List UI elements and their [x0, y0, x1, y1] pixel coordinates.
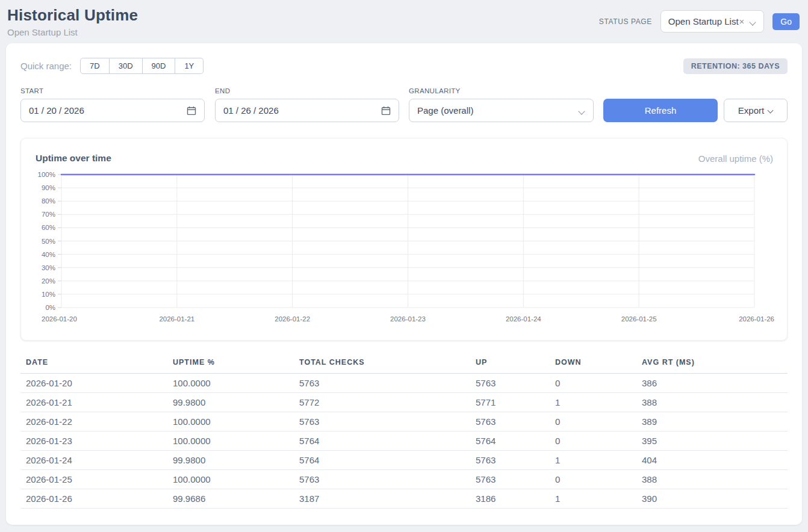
start-label: START	[20, 87, 205, 94]
table-cell: 388	[636, 393, 788, 412]
y-axis-tick-label: 40%	[42, 251, 55, 258]
y-axis-tick-label: 80%	[42, 197, 55, 205]
quick-range-30d[interactable]: 30D	[110, 58, 143, 74]
y-axis-tick-label: 60%	[42, 224, 55, 231]
table-cell: 5763	[470, 470, 550, 489]
table-cell: 2026-01-21	[20, 393, 167, 412]
table-cell: 390	[636, 489, 788, 509]
table-row: 2026-01-2199.9800577257711388	[20, 393, 788, 412]
x-axis-tick-label: 2026-01-26	[739, 315, 774, 323]
quick-range-group: 7D30D90D1Y	[80, 58, 204, 74]
table-cell: 100.0000	[167, 470, 294, 489]
uptime-table: DATEUPTIME %TOTAL CHECKSUPDOWNAVG RT (MS…	[20, 354, 788, 509]
go-button[interactable]: Go	[772, 13, 800, 30]
export-button[interactable]: Export	[724, 99, 788, 122]
x-axis-tick-label: 2026-01-21	[159, 315, 194, 323]
x-axis-tick-label: 2026-01-23	[390, 315, 426, 323]
granularity-label: GRANULARITY	[409, 87, 594, 94]
table-cell: 99.9686	[167, 489, 294, 509]
calendar-icon[interactable]	[381, 106, 391, 116]
end-date-value: 01 / 26 / 2026	[223, 105, 279, 116]
y-axis-tick-label: 90%	[42, 184, 55, 191]
table-header-row: DATEUPTIME %TOTAL CHECKSUPDOWNAVG RT (MS…	[20, 354, 788, 374]
table-cell: 2026-01-20	[20, 374, 167, 393]
table-cell: 100.0000	[167, 431, 294, 451]
table-cell: 2026-01-22	[20, 412, 167, 431]
table-cell: 100.0000	[167, 374, 294, 393]
table-cell: 404	[636, 451, 788, 470]
table-cell: 388	[636, 470, 788, 489]
title-block: Historical Uptime Open Startup List	[7, 6, 138, 37]
column-header: DATE	[20, 354, 167, 374]
table-row: 2026-01-2499.9800576457631404	[20, 451, 788, 470]
table-cell: 2026-01-25	[20, 470, 167, 489]
quick-range-1y[interactable]: 1Y	[175, 58, 204, 74]
table-cell: 100.0000	[167, 412, 294, 431]
x-axis-tick-label: 2026-01-22	[275, 315, 310, 323]
filters-row: START 01 / 20 / 2026 END 01 / 26 / 2026 …	[20, 87, 788, 122]
column-header: AVG RT (MS)	[636, 354, 788, 374]
y-axis-tick-label: 30%	[42, 264, 55, 271]
clear-selection-icon[interactable]: ×	[739, 16, 745, 26]
table-cell: 2026-01-23	[20, 431, 167, 451]
table-cell: 5764	[294, 451, 470, 470]
quick-range-7d[interactable]: 7D	[80, 58, 110, 74]
table-cell: 0	[550, 374, 636, 393]
y-axis-tick-label: 20%	[42, 277, 55, 285]
y-axis-tick-label: 0%	[45, 304, 55, 311]
table-cell: 99.9800	[167, 393, 294, 412]
table-cell: 3186	[470, 489, 550, 509]
table-cell: 1	[550, 451, 636, 470]
table-cell: 2026-01-24	[20, 451, 167, 470]
table-cell: 0	[550, 431, 636, 451]
page-title: Historical Uptime	[7, 6, 138, 25]
table-cell: 3187	[294, 489, 470, 509]
table-cell: 395	[636, 431, 788, 451]
table-cell: 0	[550, 470, 636, 489]
x-axis-tick-label: 2026-01-25	[621, 315, 657, 323]
export-label: Export	[738, 105, 764, 116]
start-date-input[interactable]: 01 / 20 / 2026	[20, 99, 205, 122]
status-page-select[interactable]: Open Startup List×	[660, 10, 765, 32]
table-cell: 1	[550, 393, 636, 412]
granularity-select[interactable]: Page (overall)	[409, 99, 594, 122]
end-date-input[interactable]: 01 / 26 / 2026	[215, 99, 399, 122]
chevron-down-icon	[768, 108, 773, 113]
x-axis-tick-label: 2026-01-24	[506, 315, 541, 323]
table-row: 2026-01-23100.0000576457640395	[20, 431, 788, 451]
chevron-down-icon	[750, 19, 756, 25]
table-cell: 5763	[470, 412, 550, 431]
uptime-chart-card: Uptime over time Overall uptime (%) 100%…	[20, 138, 788, 341]
y-axis-tick-label: 70%	[42, 211, 55, 218]
column-header: UPTIME %	[167, 354, 294, 374]
quick-range-row: Quick range: 7D30D90D1Y RETENTION: 365 D…	[20, 58, 788, 74]
y-axis-tick-label: 100%	[38, 171, 55, 178]
refresh-button[interactable]: Refresh	[603, 99, 718, 122]
table-cell: 0	[550, 412, 636, 431]
status-page-value: Open Startup List	[668, 16, 739, 26]
page-header: Historical Uptime Open Startup List STAT…	[0, 0, 808, 43]
calendar-icon[interactable]	[187, 106, 196, 116]
table-cell: 389	[636, 412, 788, 431]
table-cell: 1	[550, 489, 636, 509]
quick-range-90d[interactable]: 90D	[143, 58, 176, 74]
quick-range-label: Quick range:	[20, 61, 72, 71]
x-axis-tick-label: 2026-01-20	[42, 315, 77, 323]
table-row: 2026-01-22100.0000576357630389	[20, 412, 788, 431]
chart-legend: Overall uptime (%)	[698, 153, 773, 164]
status-page-label: STATUS PAGE	[599, 17, 652, 26]
column-header: DOWN	[550, 354, 636, 374]
table-row: 2026-01-20100.0000576357630386	[20, 374, 788, 393]
start-date-value: 01 / 20 / 2026	[29, 105, 84, 116]
column-header: TOTAL CHECKS	[294, 354, 470, 374]
table-cell: 5772	[294, 393, 470, 412]
table-cell: 5764	[470, 431, 550, 451]
granularity-value: Page (overall)	[417, 105, 473, 116]
table-cell: 386	[636, 374, 788, 393]
table-cell: 5763	[294, 412, 470, 431]
table-row: 2026-01-25100.0000576357630388	[20, 470, 788, 489]
table-cell: 99.9800	[167, 451, 294, 470]
end-label: END	[215, 87, 399, 94]
y-axis-tick-label: 10%	[42, 291, 55, 298]
table-cell: 2026-01-26	[20, 489, 167, 509]
